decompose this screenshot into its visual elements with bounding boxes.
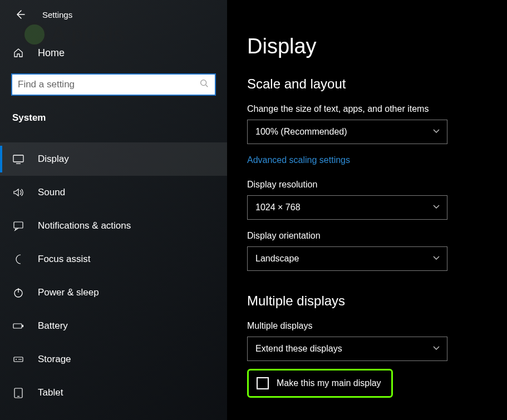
nav-list: Display Sound Notifications & actions Fo… xyxy=(0,142,227,409)
home-label: Home xyxy=(38,47,65,59)
nav-item-display[interactable]: Display xyxy=(0,142,227,176)
resolution-label: Display resolution xyxy=(247,180,487,190)
resolution-dropdown-value: 1024 × 768 xyxy=(255,202,301,213)
scale-dropdown[interactable]: 100% (Recommended) xyxy=(247,120,447,144)
orientation-dropdown[interactable]: Landscape xyxy=(247,246,447,271)
monitor-icon xyxy=(12,153,24,165)
svg-point-10 xyxy=(16,359,17,360)
message-icon xyxy=(12,220,24,232)
chevron-down-icon xyxy=(432,344,440,354)
scale-section-heading: Scale and layout xyxy=(247,76,487,92)
nav-item-sound[interactable]: Sound xyxy=(0,176,227,209)
checkbox-icon xyxy=(257,377,269,389)
nav-item-tablet[interactable]: Tablet xyxy=(0,376,227,409)
nav-label: Display xyxy=(38,154,69,165)
orientation-dropdown-value: Landscape xyxy=(255,254,299,264)
svg-rect-4 xyxy=(14,222,23,228)
back-button[interactable] xyxy=(13,8,27,21)
nav-item-notifications[interactable]: Notifications & actions xyxy=(0,209,227,243)
nav-label: Sound xyxy=(38,187,65,198)
page-heading: Display xyxy=(247,34,487,58)
home-nav-item[interactable]: Home xyxy=(0,23,227,59)
power-icon xyxy=(12,286,24,299)
window-title: Settings xyxy=(42,10,72,19)
nav-item-storage[interactable]: Storage xyxy=(0,343,227,376)
advanced-scaling-link[interactable]: Advanced scaling settings xyxy=(247,155,350,165)
resolution-dropdown[interactable]: 1024 × 768 xyxy=(247,195,447,220)
home-icon xyxy=(12,47,24,59)
svg-rect-8 xyxy=(22,325,23,327)
svg-rect-2 xyxy=(13,155,23,162)
back-arrow-icon xyxy=(14,9,26,20)
search-input[interactable] xyxy=(11,73,216,96)
sound-icon xyxy=(12,186,24,199)
nav-label: Focus assist xyxy=(38,254,90,265)
nav-label: Storage xyxy=(38,354,71,365)
chevron-down-icon xyxy=(432,254,440,264)
nav-item-power-sleep[interactable]: Power & sleep xyxy=(0,276,227,309)
main-display-checkbox-row[interactable]: Make this my main display xyxy=(247,369,393,398)
moon-icon xyxy=(12,253,24,265)
nav-label: Power & sleep xyxy=(38,287,99,298)
svg-rect-7 xyxy=(13,324,22,328)
nav-item-battery[interactable]: Battery xyxy=(0,309,227,343)
main-display-label: Make this my main display xyxy=(277,378,381,388)
multi-section-heading: Multiple displays xyxy=(247,293,487,309)
battery-icon xyxy=(12,320,24,332)
multi-label: Multiple displays xyxy=(247,321,487,331)
nav-label: Tablet xyxy=(38,387,63,398)
chevron-down-icon xyxy=(432,127,440,137)
settings-sidebar: A puals Settings Home System Display xyxy=(0,0,227,420)
scale-label: Change the size of text, apps, and other… xyxy=(247,104,487,114)
chevron-down-icon xyxy=(432,202,440,213)
nav-label: Battery xyxy=(38,320,68,332)
category-header: System xyxy=(0,96,227,130)
nav-item-focus-assist[interactable]: Focus assist xyxy=(0,243,227,276)
scale-dropdown-value: 100% (Recommended) xyxy=(255,127,347,137)
storage-icon xyxy=(12,353,24,365)
multiple-displays-dropdown[interactable]: Extend these displays xyxy=(247,337,447,361)
content-pane: Display Scale and layout Change the size… xyxy=(227,0,507,420)
nav-label: Notifications & actions xyxy=(38,220,131,231)
multiple-displays-value: Extend these displays xyxy=(255,344,342,354)
orientation-label: Display orientation xyxy=(247,231,487,241)
tablet-icon xyxy=(12,387,24,399)
